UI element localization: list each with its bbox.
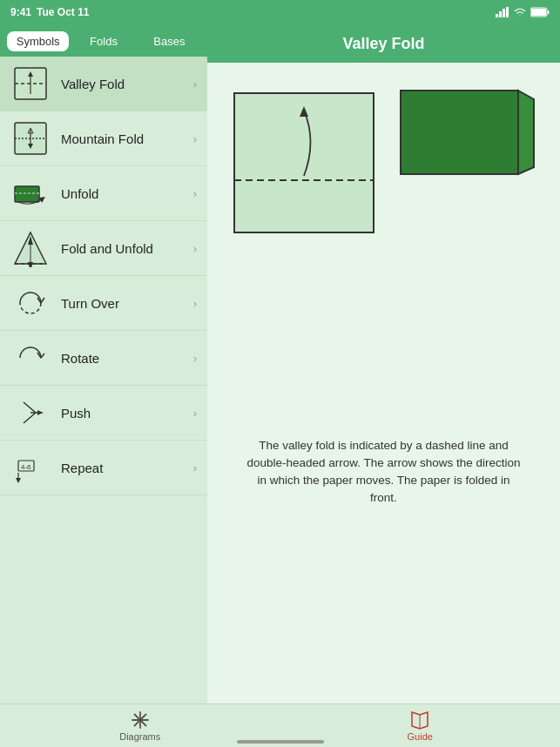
sidebar: Symbols Folds Bases Valley Fold › <box>0 24 207 703</box>
bottom-tab-diagrams-label: Diagrams <box>119 731 160 742</box>
list-item-repeat[interactable]: 4-6 Repeat › <box>0 441 207 495</box>
signal-icon <box>496 7 509 17</box>
valley-fold-icon <box>10 64 51 104</box>
turn-over-label: Turn Over <box>61 296 193 311</box>
diagrams-icon <box>131 710 150 730</box>
bottom-tab-guide-label: Guide <box>408 731 433 742</box>
svg-rect-5 <box>531 9 546 16</box>
rotate-chevron: › <box>193 352 197 365</box>
turn-over-chevron: › <box>193 297 197 310</box>
svg-text:4-6: 4-6 <box>21 463 31 471</box>
list-item-valley-fold[interactable]: Valley Fold › <box>0 57 207 111</box>
symbols-list: Valley Fold › Mountain Fold › <box>0 57 207 703</box>
svg-marker-27 <box>16 478 21 483</box>
repeat-icon: 4-6 <box>10 448 51 488</box>
push-label: Push <box>61 406 193 421</box>
fold-and-unfold-icon <box>10 228 51 268</box>
valley-fold-diagram-after <box>399 89 538 179</box>
status-bar: 9:41 Tue Oct 11 <box>0 0 560 24</box>
list-item-unfold[interactable]: Unfold › <box>0 166 207 221</box>
valley-fold-chevron: › <box>193 77 197 91</box>
svg-rect-6 <box>548 10 550 14</box>
mountain-fold-icon <box>10 118 51 158</box>
home-indicator <box>237 740 324 744</box>
status-left: 9:41 Tue Oct 11 <box>10 6 90 18</box>
push-icon <box>10 393 51 433</box>
battery-icon <box>530 7 550 17</box>
main-content: Valley Fold <box>207 24 560 703</box>
diagram-area: The valley fold is indicated by a dashed… <box>207 63 560 703</box>
valley-fold-diagram-before <box>230 89 378 240</box>
rotate-icon <box>10 338 51 378</box>
date: Tue Oct 11 <box>37 6 89 18</box>
description-text: The valley fold is indicated by a dashed… <box>236 437 532 508</box>
list-item-push[interactable]: Push › <box>0 386 207 441</box>
valley-fold-svg-after <box>399 89 538 176</box>
list-item-turn-over[interactable]: Turn Over › <box>0 276 207 331</box>
guide-icon <box>409 710 430 730</box>
fold-and-unfold-chevron: › <box>193 242 197 255</box>
unfold-label: Unfold <box>61 186 193 201</box>
svg-rect-2 <box>503 9 505 17</box>
valley-fold-svg-before <box>230 89 378 237</box>
turn-over-icon <box>10 283 51 323</box>
svg-marker-22 <box>28 262 33 267</box>
mountain-fold-chevron: › <box>193 132 197 145</box>
svg-marker-23 <box>37 410 43 415</box>
rotate-label: Rotate <box>61 351 193 366</box>
tab-bases[interactable]: Bases <box>138 31 200 51</box>
list-item-mountain-fold[interactable]: Mountain Fold › <box>0 111 207 166</box>
diagrams-row <box>230 89 538 240</box>
unfold-icon <box>10 173 51 213</box>
main-title: Valley Fold <box>342 35 424 53</box>
tab-symbols[interactable]: Symbols <box>7 31 69 51</box>
svg-rect-3 <box>506 7 509 17</box>
svg-rect-16 <box>15 186 39 202</box>
push-chevron: › <box>193 407 197 420</box>
list-item-rotate[interactable]: Rotate › <box>0 331 207 386</box>
status-right <box>496 7 550 17</box>
svg-rect-0 <box>496 14 498 17</box>
fold-and-unfold-label: Fold and Unfold <box>61 241 193 256</box>
valley-fold-label: Valley Fold <box>61 77 193 91</box>
list-item-fold-and-unfold[interactable]: Fold and Unfold › <box>0 221 207 276</box>
mountain-fold-label: Mountain Fold <box>61 131 193 146</box>
wifi-icon <box>513 7 527 17</box>
svg-rect-1 <box>499 11 502 17</box>
tab-folds[interactable]: Folds <box>72 31 134 51</box>
svg-rect-31 <box>401 91 518 174</box>
unfold-chevron: › <box>193 187 197 200</box>
main-header: Valley Fold <box>207 24 560 63</box>
repeat-label: Repeat <box>61 461 193 475</box>
repeat-chevron: › <box>193 461 197 474</box>
time: 9:41 <box>10 6 31 18</box>
sidebar-tab-bar: Symbols Folds Bases <box>0 24 207 57</box>
